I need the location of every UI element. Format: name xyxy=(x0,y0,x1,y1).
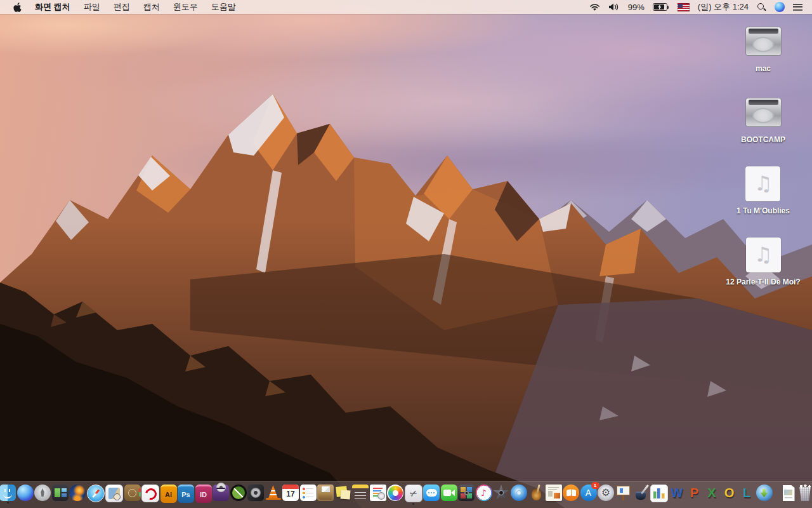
dock-item-garageband[interactable] xyxy=(528,485,544,504)
hard-drive-icon xyxy=(745,93,782,132)
dock-item-vlc[interactable] xyxy=(265,485,282,504)
dock-item-trash-full[interactable] xyxy=(797,485,812,504)
dock-item-image-document-file[interactable] xyxy=(781,485,797,504)
dock-item-installer-document-app[interactable] xyxy=(370,485,386,504)
volume-icon[interactable] xyxy=(608,3,620,11)
microsoft-powerpoint-icon: P xyxy=(686,485,703,501)
dock-item-adobe-photoshop[interactable]: Ps xyxy=(178,485,194,505)
battery-charging-icon[interactable] xyxy=(653,3,667,11)
audio-file-icon: ♫ xyxy=(745,164,780,203)
photos-icon xyxy=(387,485,403,501)
notification-center-icon[interactable] xyxy=(793,4,802,11)
menu-capture[interactable]: 캡처 xyxy=(143,1,160,13)
dock-item-disk-utility-app[interactable] xyxy=(247,485,264,504)
dock-item-stickies[interactable] xyxy=(335,485,351,504)
dock-item-microsoft-outlook[interactable]: O xyxy=(721,485,738,504)
reminders-icon xyxy=(300,485,317,501)
dock-item-adobe-indesign[interactable]: ID xyxy=(195,485,212,505)
dock-item-microsoft-powerpoint[interactable]: P xyxy=(686,485,703,504)
dock-item-unarchiver[interactable] xyxy=(317,485,334,504)
dock-item-adobe-illustrator[interactable]: Ai xyxy=(160,485,177,505)
charging-bolt-icon xyxy=(657,4,662,10)
dock-item-reminders[interactable] xyxy=(300,485,317,504)
dock-item-messages[interactable] xyxy=(423,485,440,504)
itunes-icon: ♪ xyxy=(476,485,492,501)
dock-item-download-manager[interactable] xyxy=(756,485,773,504)
disk-utility-app-icon xyxy=(247,485,264,501)
dock-item-notes[interactable] xyxy=(352,485,369,507)
dock-item-app-store[interactable]: A1 xyxy=(580,485,597,504)
desktop-icon[interactable]: BOOTCAMP xyxy=(741,93,785,157)
dock-item-toast-titanium[interactable] xyxy=(213,485,229,504)
messages-icon xyxy=(423,485,440,501)
desktop-icon[interactable]: ♫12 Parle-T-Il De Moi? xyxy=(726,235,800,300)
dock-item-microsoft-lync[interactable]: L xyxy=(738,485,755,504)
dock-item-photos[interactable] xyxy=(387,485,403,504)
dock-item-pages[interactable] xyxy=(632,485,649,504)
desktop[interactable]: 화면 캡처 파일 편집 캡처 윈도우 도움말 99% xyxy=(0,0,812,508)
desktop-icon-label: mac xyxy=(756,64,771,74)
dock-item-firefox[interactable] xyxy=(69,485,86,504)
battery-percent: 99% xyxy=(628,3,645,12)
microsoft-lync-icon: L xyxy=(738,485,755,501)
menu-bar-clock[interactable]: (일) 오후 1:24 xyxy=(698,1,749,13)
calendar-icon: 17 xyxy=(282,485,299,501)
idvd-icon xyxy=(511,485,527,501)
dock-item-photo-booth[interactable] xyxy=(458,485,475,504)
dock-item-leather-book-organizer[interactable] xyxy=(124,485,141,504)
hard-drive-icon xyxy=(745,22,782,61)
dock-item-finder[interactable] xyxy=(0,485,16,504)
photo-booth-icon xyxy=(458,485,475,501)
wallpaper-mountains xyxy=(0,0,812,508)
spotlight-search-icon[interactable] xyxy=(757,3,766,12)
menu-file[interactable]: 파일 xyxy=(84,1,100,13)
dock-item-idvd[interactable] xyxy=(511,485,527,504)
dock-item-scrapbook-collage-app[interactable] xyxy=(546,485,562,504)
desktop-icon[interactable]: ♫1 Tu M'Oublies xyxy=(737,164,790,229)
notes-icon xyxy=(352,485,369,505)
dock-item-preview[interactable] xyxy=(105,485,123,505)
dock-item-grab-screen-capture[interactable]: ✂ xyxy=(405,485,422,505)
dock-item-microsoft-excel[interactable]: X xyxy=(704,485,720,504)
scrapbook-collage-app-icon xyxy=(546,485,562,501)
dock-item-launchpad[interactable] xyxy=(34,485,51,504)
wifi-icon[interactable] xyxy=(589,3,600,11)
audio-file-icon: ♫ xyxy=(746,235,781,274)
launchpad-icon xyxy=(34,485,51,501)
adobe-illustrator-icon: Ai xyxy=(160,485,177,503)
desktop-icon[interactable]: mac xyxy=(745,22,782,86)
garageband-icon xyxy=(528,485,544,501)
app-store-badge: 1 xyxy=(591,482,599,489)
unarchiver-icon xyxy=(317,485,334,501)
siri-icon[interactable] xyxy=(775,2,785,12)
finder-icon xyxy=(0,485,16,501)
input-source-flag-icon[interactable] xyxy=(678,3,690,11)
preview-icon xyxy=(105,485,123,502)
apple-menu[interactable] xyxy=(13,3,22,12)
dock-item-keynote[interactable] xyxy=(615,485,632,504)
dock-item-acrobat-reader[interactable] xyxy=(141,485,159,505)
safari-icon xyxy=(87,485,105,502)
dock-item-imovie[interactable] xyxy=(493,485,509,504)
xee-image-viewer-icon xyxy=(230,485,247,501)
dock-item-safari[interactable] xyxy=(87,485,105,505)
menu-edit[interactable]: 편집 xyxy=(114,1,130,13)
dock-item-facetime[interactable] xyxy=(441,485,457,504)
dock-item-mission-control[interactable] xyxy=(52,485,69,504)
adobe-photoshop-icon: Ps xyxy=(178,485,194,503)
dock-item-calendar[interactable]: 17 xyxy=(282,485,299,504)
dock-item-itunes[interactable]: ♪ xyxy=(476,485,492,504)
dock-item-ibooks[interactable] xyxy=(563,485,579,504)
numbers-icon xyxy=(650,485,668,502)
dock-item-xee-image-viewer[interactable] xyxy=(230,485,247,504)
dock-item-system-preferences[interactable]: ⚙ xyxy=(598,485,614,504)
microsoft-word-icon: W xyxy=(669,485,685,501)
app-menu-title[interactable]: 화면 캡처 xyxy=(35,1,70,13)
microsoft-excel-icon: X xyxy=(704,485,720,501)
dock-item-microsoft-word[interactable]: W xyxy=(669,485,685,504)
menu-help[interactable]: 도움말 xyxy=(211,1,236,13)
menu-window[interactable]: 윈도우 xyxy=(173,1,198,13)
dock-item-siri[interactable] xyxy=(17,485,34,504)
dock-item-numbers[interactable] xyxy=(650,485,668,505)
adobe-indesign-icon: ID xyxy=(195,485,212,503)
